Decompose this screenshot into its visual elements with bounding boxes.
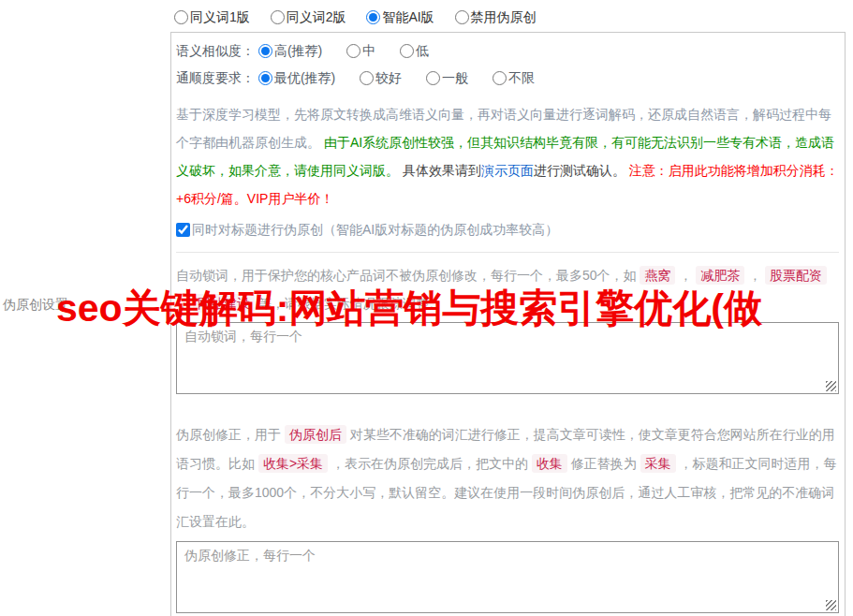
similarity-option-medium[interactable]: 中: [346, 43, 375, 58]
lock-words-textarea[interactable]: [176, 322, 839, 394]
lock-words-text: 等，请根据实际情况跟踪调整。: [255, 296, 442, 311]
fluency-option-normal[interactable]: 一般: [426, 70, 468, 85]
fluency-radio-best[interactable]: [258, 71, 272, 85]
fluency-option-label: 较好: [375, 70, 402, 85]
section-divider: [176, 252, 839, 253]
fluency-option-label: 最优(推荐): [274, 70, 335, 85]
mode-option-label: 禁用伪原创: [471, 9, 537, 24]
demo-suffix-text: 进行测试确认。: [534, 163, 625, 178]
similarity-option-low[interactable]: 低: [400, 43, 429, 58]
fluency-option-unlimited[interactable]: 不限: [493, 70, 535, 85]
lock-words-text: 自动锁词，用于保护您的核心产品词不被伪原创修改，每行一个，最多50个，如: [176, 268, 640, 283]
fluency-radio-unlimited[interactable]: [493, 71, 507, 85]
fluency-radio-normal[interactable]: [426, 71, 440, 85]
mode-radio-synonym-v2[interactable]: [271, 10, 285, 24]
pseudo-original-settings-section: 同义词1版 同义词2版 智能AI版 禁用伪原创 语义相似度： 高(推荐) 中 低…: [170, 7, 846, 616]
lock-words-separator: ，: [675, 268, 696, 283]
similarity-option-high[interactable]: 高(推荐): [258, 43, 322, 58]
mode-option-smart-ai[interactable]: 智能AI版: [366, 9, 434, 24]
mode-option-label: 同义词1版: [190, 9, 250, 24]
fluency-option-label: 不限: [508, 70, 535, 85]
title-pseudo-original-checkbox[interactable]: [176, 223, 190, 237]
similarity-option-label: 中: [362, 43, 375, 58]
lock-words-separator: ，: [176, 296, 193, 311]
mode-radio-disable[interactable]: [455, 10, 469, 24]
semantic-similarity-row: 语义相似度： 高(推荐) 中 低: [176, 37, 839, 65]
correction-text: ，表示在伪原创完成后，把文中的: [328, 456, 532, 471]
ai-mode-description: 基于深度学习模型，先将原文转换成高维语义向量，再对语义向量进行逐词解码，还原成自…: [176, 100, 839, 213]
mode-option-label: 同义词2版: [287, 9, 346, 24]
mode-radio-group: 同义词1版 同义词2版 智能AI版 禁用伪原创: [170, 7, 846, 32]
fluency-option-good[interactable]: 较好: [360, 70, 402, 85]
fluency-label: 通顺度要求：: [176, 70, 255, 85]
lock-word-example-3: 股票配资: [765, 266, 827, 285]
mode-radio-synonym-v1[interactable]: [174, 10, 188, 24]
form-row-label-pseudo-original-settings: 伪原创设置: [3, 297, 68, 314]
lock-word-example-4: 网站建设: [193, 294, 255, 313]
mode-option-disable[interactable]: 禁用伪原创: [455, 9, 537, 24]
demo-prefix-text: 具体效果请到: [403, 163, 481, 178]
fluency-option-label: 一般: [442, 70, 468, 85]
title-pseudo-original-row: 同时对标题进行伪原创（智能AI版对标题的伪原创成功率较高）: [176, 222, 839, 239]
mode-option-synonym-v2[interactable]: 同义词2版: [271, 9, 346, 24]
lock-words-separator: ，: [744, 268, 765, 283]
correction-word-to: 采集: [640, 454, 676, 473]
lock-word-example-2: 减肥茶: [696, 266, 744, 285]
similarity-option-label: 低: [416, 43, 429, 58]
title-pseudo-original-option[interactable]: 同时对标题进行伪原创（智能AI版对标题的伪原创成功率较高）: [176, 222, 558, 237]
fluency-option-best[interactable]: 最优(推荐): [258, 70, 335, 85]
correction-description: 伪原创修正，用于 伪原创后 对某些不准确的词汇进行修正，提高文章可读性，使文章更…: [176, 420, 839, 536]
correction-textarea[interactable]: [176, 541, 839, 613]
correction-word-from: 收集: [532, 454, 567, 473]
correction-keyword-after: 伪原创后: [285, 425, 346, 444]
lock-word-example-1: 燕窝: [640, 266, 675, 285]
correction-text: 修正替换为: [567, 456, 640, 471]
correction-text: 伪原创修正，用于: [176, 427, 285, 442]
correction-example-pair: 收集>采集: [258, 454, 328, 473]
mode-option-label: 智能AI版: [382, 9, 434, 24]
fluency-requirement-row: 通顺度要求： 最优(推荐) 较好 一般 不限: [176, 65, 839, 92]
fluency-radio-good[interactable]: [360, 71, 374, 85]
similarity-radio-low[interactable]: [400, 44, 414, 58]
lock-words-description: 自动锁词，用于保护您的核心产品词不被伪原创修改，每行一个，最多50个，如 燕窝 …: [176, 261, 839, 317]
mode-radio-smart-ai[interactable]: [366, 10, 380, 24]
semantic-similarity-label: 语义相似度：: [176, 43, 255, 58]
demo-page-link[interactable]: 演示页面: [481, 163, 534, 178]
ai-settings-panel: 语义相似度： 高(推荐) 中 低 通顺度要求： 最优(推荐) 较好 一般 不限 …: [170, 32, 846, 616]
similarity-option-label: 高(推荐): [274, 43, 322, 58]
title-pseudo-original-label: 同时对标题进行伪原创（智能AI版对标题的伪原创成功率较高）: [192, 222, 558, 237]
similarity-radio-high[interactable]: [258, 44, 272, 58]
mode-option-synonym-v1[interactable]: 同义词1版: [174, 9, 250, 24]
similarity-radio-medium[interactable]: [346, 44, 360, 58]
